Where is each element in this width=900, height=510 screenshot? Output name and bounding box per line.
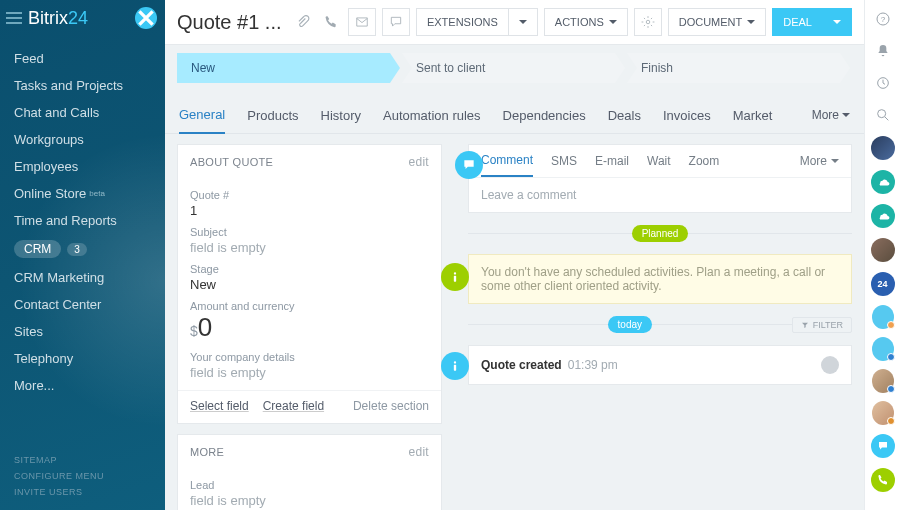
right-rail: ? 24 bbox=[864, 0, 900, 510]
bell-icon[interactable] bbox=[872, 40, 894, 62]
sidebar-item-contact-center[interactable]: Contact Center bbox=[0, 291, 165, 318]
comment-input[interactable]: Leave a comment bbox=[469, 177, 851, 212]
rail-cloud-1[interactable] bbox=[871, 170, 895, 194]
chevron-down-icon bbox=[519, 20, 527, 24]
sidebar-item-telephony[interactable]: Telephony bbox=[0, 345, 165, 372]
svg-point-0 bbox=[646, 20, 650, 24]
configure-menu-link[interactable]: CONFIGURE MENU bbox=[14, 468, 104, 484]
main-area: Quote #1 ... EXTENSIONS ACTIONS DOCUMENT… bbox=[165, 0, 864, 510]
chevron-down-icon bbox=[609, 20, 617, 24]
stage-new[interactable]: New bbox=[177, 53, 400, 83]
tab-deals[interactable]: Deals bbox=[608, 102, 641, 133]
sidebar-item-time[interactable]: Time and Reports bbox=[0, 207, 165, 234]
sidebar-item-employees[interactable]: Employees bbox=[0, 153, 165, 180]
company-value[interactable]: field is empty bbox=[190, 365, 429, 380]
svg-point-1 bbox=[454, 272, 456, 274]
panel-tab-sms[interactable]: SMS bbox=[551, 154, 577, 176]
more-card: MORE edit Lead field is empty Deal field… bbox=[177, 434, 442, 510]
content: ABOUT QUOTE edit Quote # 1 Subject field… bbox=[165, 134, 864, 510]
rail-phone-icon[interactable] bbox=[871, 468, 895, 492]
sidebar-item-store[interactable]: Online Storebeta bbox=[0, 180, 165, 207]
tab-general[interactable]: General bbox=[179, 101, 225, 134]
call-icon[interactable] bbox=[320, 8, 342, 36]
select-field-link[interactable]: Select field bbox=[190, 399, 249, 413]
tab-automation[interactable]: Automation rules bbox=[383, 102, 481, 133]
panel-tab-zoom[interactable]: Zoom bbox=[689, 154, 720, 176]
lead-value[interactable]: field is empty bbox=[190, 493, 429, 508]
nav-list: Feed Tasks and Projects Chat and Calls W… bbox=[0, 37, 165, 407]
email-icon[interactable] bbox=[348, 8, 376, 36]
invite-users-link[interactable]: INVITE USERS bbox=[14, 484, 104, 500]
hamburger-icon[interactable] bbox=[6, 12, 22, 24]
amount-value[interactable]: $0 bbox=[190, 312, 429, 343]
today-badge: today bbox=[608, 316, 652, 333]
document-button[interactable]: DOCUMENT bbox=[668, 8, 767, 36]
stage-finish[interactable]: Finish bbox=[627, 53, 850, 83]
sidebar-item-tasks[interactable]: Tasks and Projects bbox=[0, 72, 165, 99]
gear-icon[interactable] bbox=[634, 8, 662, 36]
svg-point-3 bbox=[454, 361, 456, 363]
create-field-link[interactable]: Create field bbox=[263, 399, 324, 413]
company-label: Your company details bbox=[190, 351, 429, 363]
tab-products[interactable]: Products bbox=[247, 102, 298, 133]
event-title: Quote created bbox=[481, 358, 562, 372]
rail-user-add-1[interactable] bbox=[872, 306, 894, 328]
rail-avatar-2[interactable] bbox=[871, 238, 895, 262]
panel-tab-wait[interactable]: Wait bbox=[647, 154, 671, 176]
tab-more[interactable]: More bbox=[812, 102, 850, 132]
stage-sent[interactable]: Sent to client bbox=[402, 53, 625, 83]
deal-button[interactable]: DEAL bbox=[772, 8, 823, 36]
sidebar-item-more[interactable]: More... bbox=[0, 372, 165, 399]
rail-avatar-1[interactable] bbox=[871, 136, 895, 160]
sidebar-item-workgroups[interactable]: Workgroups bbox=[0, 126, 165, 153]
tab-history[interactable]: History bbox=[321, 102, 361, 133]
sidebar-item-crm-marketing[interactable]: CRM Marketing bbox=[0, 264, 165, 291]
page-title: Quote #1 ... bbox=[177, 11, 282, 34]
extensions-group: EXTENSIONS bbox=[416, 8, 538, 36]
svg-rect-2 bbox=[454, 276, 456, 282]
stage-value[interactable]: New bbox=[190, 277, 429, 292]
about-title: ABOUT QUOTE bbox=[190, 156, 273, 168]
tab-dependencies[interactable]: Dependencies bbox=[503, 102, 586, 133]
rail-chat-icon[interactable] bbox=[871, 434, 895, 458]
panel-tab-email[interactable]: E-mail bbox=[595, 154, 629, 176]
attachment-icon[interactable] bbox=[292, 8, 314, 36]
svg-text:?: ? bbox=[880, 15, 885, 24]
deal-dropdown[interactable] bbox=[823, 8, 852, 36]
search-icon[interactable] bbox=[872, 104, 894, 126]
sidebar-item-chat[interactable]: Chat and Calls bbox=[0, 99, 165, 126]
clock-icon[interactable] bbox=[872, 72, 894, 94]
rail-avatar-3[interactable] bbox=[872, 370, 894, 392]
more-title: MORE bbox=[190, 446, 224, 458]
panel-tab-more[interactable]: More bbox=[800, 154, 839, 176]
sidebar-item-feed[interactable]: Feed bbox=[0, 45, 165, 72]
deal-group: DEAL bbox=[772, 8, 852, 36]
help-icon[interactable]: ? bbox=[872, 8, 894, 30]
rail-user-add-2[interactable] bbox=[872, 338, 894, 360]
planned-badge: Planned bbox=[632, 225, 689, 242]
actions-button[interactable]: ACTIONS bbox=[544, 8, 628, 36]
panel-tab-comment[interactable]: Comment bbox=[481, 153, 533, 177]
today-separator: today FILTER bbox=[468, 316, 852, 333]
delete-section-link[interactable]: Delete section bbox=[353, 399, 429, 413]
chevron-down-icon bbox=[747, 20, 755, 24]
header: Quote #1 ... EXTENSIONS ACTIONS DOCUMENT… bbox=[165, 0, 864, 45]
tab-invoices[interactable]: Invoices bbox=[663, 102, 711, 133]
extensions-button[interactable]: EXTENSIONS bbox=[416, 8, 509, 36]
collapse-sidebar-button[interactable] bbox=[135, 7, 157, 29]
tab-market[interactable]: Market bbox=[733, 102, 773, 133]
sidebar-item-crm[interactable]: CRM3 bbox=[0, 234, 165, 264]
sitemap-link[interactable]: SITEMAP bbox=[14, 452, 104, 468]
edit-link[interactable]: edit bbox=[408, 445, 429, 459]
event-avatar[interactable] bbox=[821, 356, 839, 374]
rail-cloud-2[interactable] bbox=[871, 204, 895, 228]
subject-value[interactable]: field is empty bbox=[190, 240, 429, 255]
extensions-dropdown[interactable] bbox=[509, 8, 538, 36]
rail-b24-icon[interactable]: 24 bbox=[871, 272, 895, 296]
chat-icon[interactable] bbox=[382, 8, 410, 36]
event-quote-created[interactable]: Quote created 01:39 pm bbox=[468, 345, 852, 385]
edit-link[interactable]: edit bbox=[408, 155, 429, 169]
rail-avatar-4[interactable] bbox=[872, 402, 894, 424]
filter-button[interactable]: FILTER bbox=[792, 317, 852, 333]
sidebar-item-sites[interactable]: Sites bbox=[0, 318, 165, 345]
